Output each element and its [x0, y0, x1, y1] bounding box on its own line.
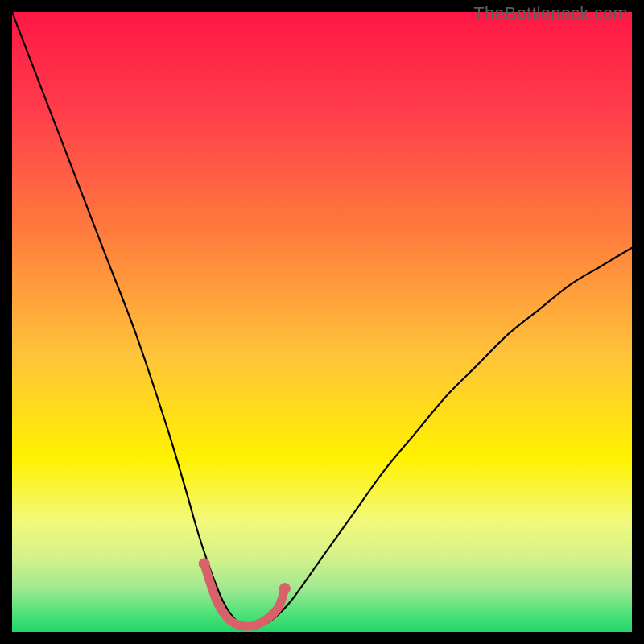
- curve-layer: [12, 12, 632, 632]
- watermark-text: TheBottleneck.com: [473, 3, 628, 24]
- plot-area: [12, 12, 632, 632]
- bottleneck-curve-path: [12, 12, 632, 626]
- chart-container: TheBottleneck.com: [0, 0, 644, 644]
- optimal-zone-endpoint: [279, 583, 291, 594]
- optimal-zone-endpoint: [199, 558, 210, 569]
- optimal-zone-path: [204, 564, 285, 626]
